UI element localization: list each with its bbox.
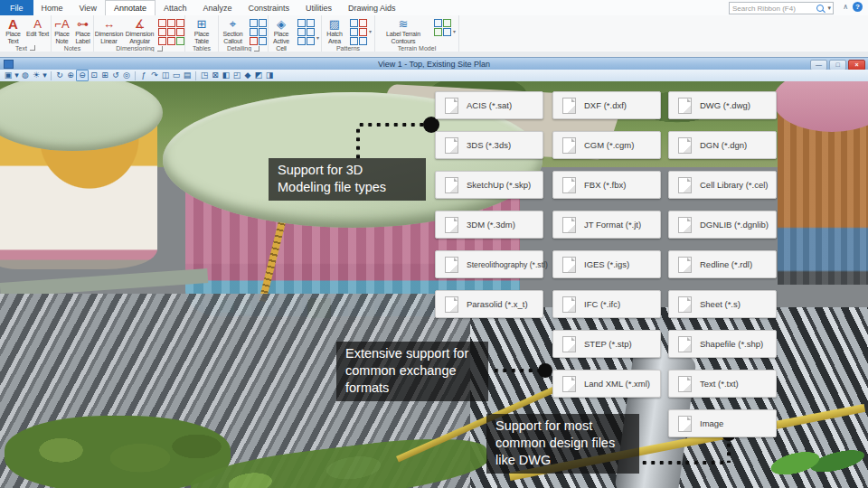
mini-tool-icon[interactable] bbox=[434, 19, 442, 27]
view-attributes-icon[interactable]: ◍ bbox=[20, 70, 31, 80]
rotate-view-icon[interactable]: ↺ bbox=[110, 70, 121, 80]
place-note-button[interactable]: ⌐A Place Note bbox=[52, 16, 72, 45]
dialog-launcher-icon[interactable] bbox=[157, 46, 163, 52]
mini-tool-icon[interactable] bbox=[167, 37, 175, 45]
mini-tool-icon[interactable] bbox=[158, 37, 166, 45]
mini-tool-icon[interactable] bbox=[297, 28, 306, 36]
saved-views-icon[interactable]: ▭ bbox=[171, 70, 182, 80]
file-type-card-acis[interactable]: ACIS (*.sat) bbox=[435, 91, 543, 119]
place-table-button[interactable]: ⊞ Place Table bbox=[190, 16, 213, 45]
dialog-launcher-icon[interactable] bbox=[254, 46, 259, 52]
section-callout-button[interactable]: ⌖ Section Callout bbox=[221, 16, 246, 45]
window-area-icon[interactable]: ⊡ bbox=[89, 70, 99, 80]
mini-tool-icon[interactable] bbox=[297, 19, 306, 27]
file-type-card-dgn[interactable]: DGN (*.dgn) bbox=[668, 131, 777, 159]
file-type-card-fbx[interactable]: FBX (*.fbx) bbox=[552, 171, 661, 199]
edit-text-button[interactable]: A Edit Text bbox=[26, 16, 50, 38]
mini-tool-icon[interactable] bbox=[176, 28, 184, 36]
tab-constraints[interactable]: Constraints bbox=[240, 0, 297, 15]
file-type-card-dxf[interactable]: DXF (*.dxf) bbox=[552, 91, 661, 119]
hatch-area-button[interactable]: ▨ Hatch Area bbox=[323, 16, 346, 45]
mini-tool-icon[interactable] bbox=[350, 19, 358, 27]
update-view-icon[interactable]: ↻ bbox=[54, 70, 65, 80]
file-type-card-cgm[interactable]: CGM (*.cgm) bbox=[552, 131, 661, 159]
file-type-card-dgnlib[interactable]: DGNLIB (*.dgnlib) bbox=[668, 211, 777, 239]
mini-tool-icon[interactable] bbox=[167, 19, 175, 27]
dropdown-caret-icon[interactable]: ▾ bbox=[42, 70, 48, 80]
mini-tool-icon[interactable] bbox=[176, 37, 184, 45]
more-tools-caret-icon[interactable]: ▾ bbox=[369, 28, 372, 34]
mini-tool-icon[interactable] bbox=[359, 28, 367, 36]
file-type-card-sketchup[interactable]: SketchUp (*.skp) bbox=[435, 171, 543, 199]
file-type-card-3ds[interactable]: 3DS (*.3ds) bbox=[435, 131, 543, 159]
collapse-ribbon-icon[interactable]: ∧ bbox=[843, 3, 848, 11]
label-terrain-contours-button[interactable]: ≋ Label Terrain Contours bbox=[376, 16, 430, 45]
file-type-card-redline[interactable]: Redline (*.rdl) bbox=[668, 250, 777, 278]
mini-tool-icon[interactable] bbox=[250, 19, 258, 27]
file-type-card-step[interactable]: STEP (*.stp) bbox=[552, 330, 661, 358]
mini-tool-icon[interactable] bbox=[350, 28, 358, 36]
mini-tool-icon[interactable] bbox=[297, 37, 306, 45]
search-input[interactable] bbox=[730, 5, 816, 13]
tab-drawing-aids[interactable]: Drawing Aids bbox=[340, 0, 404, 15]
tab-file[interactable]: File bbox=[0, 0, 33, 15]
tab-attach[interactable]: Attach bbox=[156, 0, 195, 15]
mini-tool-icon[interactable] bbox=[259, 28, 267, 36]
file-type-card-3dm[interactable]: 3DM (*.3dm) bbox=[435, 211, 543, 239]
tab-utilities[interactable]: Utilities bbox=[297, 0, 340, 15]
file-type-card-shapefile[interactable]: Shapefile (*.shp) bbox=[668, 330, 777, 358]
clip-volume-icon[interactable]: ◳ bbox=[199, 70, 210, 80]
dimension-angular-button[interactable]: ∡ Dimension Angular bbox=[125, 16, 155, 45]
zoom-out-icon[interactable]: ⊖ bbox=[76, 70, 89, 81]
ribbon-search[interactable]: ▾ bbox=[729, 2, 834, 14]
mini-tool-icon[interactable] bbox=[176, 19, 184, 27]
view-title-bar[interactable]: View 1 - Top, Existing Site Plan — □ × bbox=[0, 57, 868, 70]
clip-mask-icon[interactable]: ⊠ bbox=[210, 70, 221, 80]
place-text-button[interactable]: A Place Text bbox=[2, 16, 25, 45]
mini-tool-icon[interactable] bbox=[250, 28, 258, 36]
file-type-card-ifc[interactable]: IFC (*.ifc) bbox=[552, 290, 661, 318]
more-tools-caret-icon[interactable]: ▾ bbox=[453, 28, 456, 34]
file-type-card-landxml[interactable]: Land XML (*.xml) bbox=[552, 370, 661, 398]
tab-analyze[interactable]: Analyze bbox=[194, 0, 240, 15]
display-set-icon[interactable]: ◧ bbox=[221, 70, 231, 80]
file-type-card-dwg[interactable]: DWG (*.dwg) bbox=[668, 91, 777, 119]
place-active-cell-button[interactable]: ◈ Place Active Cell bbox=[269, 16, 294, 52]
mini-tool-icon[interactable] bbox=[350, 37, 358, 45]
mini-tool-icon[interactable] bbox=[158, 19, 166, 27]
file-type-card-sheet[interactable]: Sheet (*.s) bbox=[668, 290, 777, 318]
perspective-icon[interactable]: ◰ bbox=[231, 70, 242, 80]
mini-tool-icon[interactable] bbox=[250, 37, 258, 45]
pan-view-icon[interactable]: ◎ bbox=[121, 70, 132, 80]
mini-tool-icon[interactable] bbox=[443, 19, 451, 27]
view-canvas[interactable]: ACIS (*.sat) 3DS (*.3ds) SketchUp (*.skp… bbox=[0, 81, 868, 488]
tab-view[interactable]: View bbox=[71, 0, 105, 15]
file-type-card-cel[interactable]: Cell Library (*.cel) bbox=[668, 171, 777, 199]
close-button[interactable]: × bbox=[848, 60, 865, 70]
file-type-card-text[interactable]: Text (*.txt) bbox=[668, 370, 777, 398]
copy-view-icon[interactable]: ◫ bbox=[160, 70, 171, 80]
shadows-icon[interactable]: ◩ bbox=[253, 70, 264, 80]
dimension-linear-button[interactable]: ↔ Dimension Linear bbox=[94, 16, 124, 45]
view-brightness-icon[interactable]: ☀ bbox=[31, 70, 42, 80]
mini-tool-icon[interactable] bbox=[359, 37, 367, 45]
render-view-icon[interactable]: ◆ bbox=[242, 70, 253, 80]
walk-icon[interactable]: ƒ bbox=[138, 70, 149, 80]
mini-tool-icon[interactable] bbox=[259, 37, 267, 45]
file-type-card-iges[interactable]: IGES (*.igs) bbox=[552, 250, 661, 278]
mini-tool-icon[interactable] bbox=[307, 37, 315, 45]
fit-view-icon[interactable]: ⊞ bbox=[99, 70, 110, 80]
navigate-view-icon[interactable]: ↷ bbox=[149, 70, 160, 80]
mini-tool-icon[interactable] bbox=[434, 28, 442, 36]
search-caret-icon[interactable]: ▾ bbox=[827, 5, 831, 12]
mini-tool-icon[interactable] bbox=[307, 28, 315, 36]
more-tools-caret-icon[interactable]: ▾ bbox=[316, 34, 319, 41]
minimize-button[interactable]: — bbox=[810, 60, 827, 70]
place-label-button[interactable]: ⊶ Place Label bbox=[73, 16, 93, 45]
tab-annotate[interactable]: Annotate bbox=[105, 0, 156, 15]
mini-tool-icon[interactable] bbox=[158, 28, 166, 36]
file-type-card-stl[interactable]: Stereolithography (*.stl) bbox=[435, 250, 543, 278]
display-style-icon[interactable]: ▣ bbox=[3, 70, 14, 80]
tab-home[interactable]: Home bbox=[33, 0, 71, 15]
file-type-card-image[interactable]: Image bbox=[668, 409, 777, 437]
